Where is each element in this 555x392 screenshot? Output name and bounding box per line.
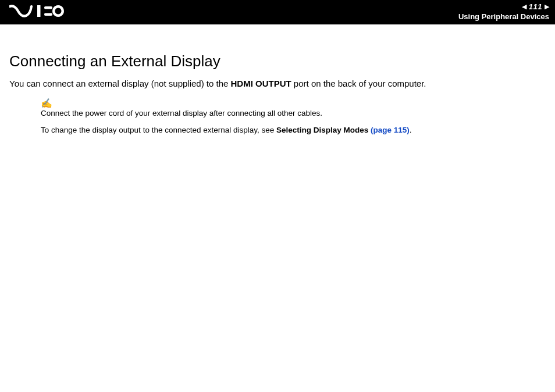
page-link[interactable]: (page 115) [371, 126, 410, 134]
svg-rect-2 [44, 13, 52, 16]
note-block: ✍ Connect the power cord of your externa… [41, 99, 546, 134]
note-text: Connect the power cord of your external … [41, 109, 546, 117]
ref-pre: To change the display output to the conn… [41, 126, 276, 134]
vaio-logo [9, 5, 65, 17]
svg-rect-1 [44, 6, 52, 9]
intro-pre: You can connect an external display (not… [9, 79, 231, 88]
intro-bold: HDMI OUTPUT [231, 79, 291, 88]
ref-bold: Selecting Display Modes [276, 126, 371, 134]
svg-rect-0 [37, 5, 41, 17]
section-name: Using Peripheral Devices [458, 12, 549, 21]
ref-post: . [410, 126, 412, 134]
reference-text: To change the display output to the conn… [41, 126, 546, 134]
page-number: 111 [529, 2, 542, 11]
header-bar: ◀ 111 ▶ Using Peripheral Devices [0, 0, 555, 24]
next-page-arrow-icon[interactable]: ▶ [545, 3, 549, 10]
intro-paragraph: You can connect an external display (not… [9, 79, 546, 88]
prev-page-arrow-icon[interactable]: ◀ [522, 3, 526, 10]
page-nav: ◀ 111 ▶ [522, 2, 549, 11]
intro-post: port on the back of your computer. [291, 79, 426, 88]
content-area: Connecting an External Display You can c… [0, 24, 555, 134]
note-icon: ✍ [41, 99, 546, 108]
header-right: ◀ 111 ▶ Using Peripheral Devices [458, 2, 549, 21]
page-title: Connecting an External Display [9, 52, 546, 70]
